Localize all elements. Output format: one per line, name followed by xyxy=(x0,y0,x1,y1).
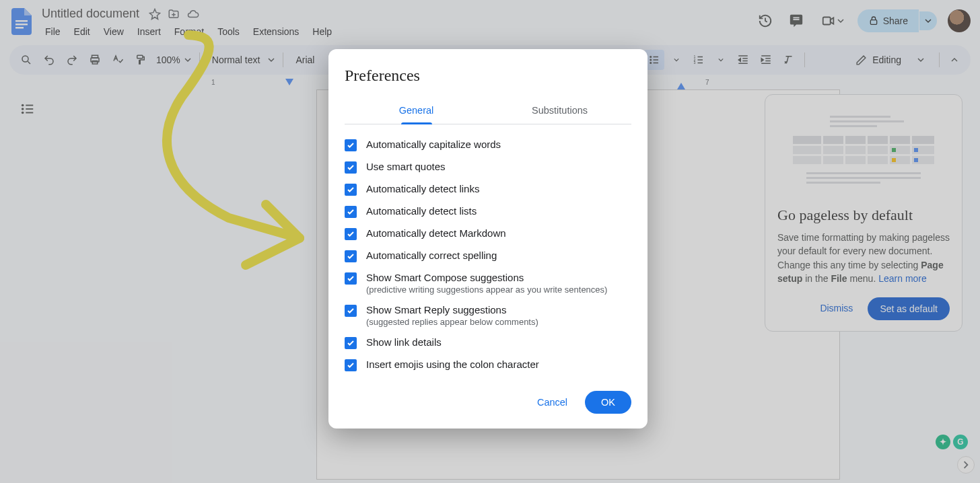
print-icon[interactable] xyxy=(85,50,105,70)
set-as-default-button[interactable]: Set as default xyxy=(868,297,950,320)
numbered-list-icon[interactable]: 123 xyxy=(689,50,709,70)
cancel-button[interactable]: Cancel xyxy=(525,391,580,414)
pref-option-1[interactable]: Use smart quotes xyxy=(345,156,631,178)
option-label: Automatically detect links xyxy=(366,183,479,194)
menu-help[interactable]: Help xyxy=(306,24,338,40)
share-button[interactable]: Share xyxy=(858,9,919,32)
svg-rect-53 xyxy=(806,182,880,184)
zoom-select[interactable]: 100% xyxy=(153,54,194,65)
svg-point-11 xyxy=(650,59,652,61)
menu-file[interactable]: File xyxy=(39,24,67,40)
checkbox-icon[interactable] xyxy=(345,250,357,262)
menu-view[interactable]: View xyxy=(98,24,130,40)
editing-mode-select[interactable]: Editing xyxy=(846,50,934,70)
menu-format[interactable]: Format xyxy=(168,24,210,40)
svg-rect-34 xyxy=(912,136,934,144)
collapse-toolbar-icon[interactable] xyxy=(945,50,964,69)
svg-rect-20 xyxy=(26,105,33,106)
svg-rect-52 xyxy=(806,177,921,179)
checkbox-icon[interactable] xyxy=(345,161,357,174)
undo-icon[interactable] xyxy=(39,50,59,70)
pageless-illustration xyxy=(777,107,950,197)
menu-extensions[interactable]: Extensions xyxy=(247,24,305,40)
svg-rect-33 xyxy=(890,136,910,144)
meet-button[interactable] xyxy=(816,9,849,32)
svg-text:3: 3 xyxy=(694,61,696,65)
pref-option-7[interactable]: Show Smart Reply suggestions(suggested r… xyxy=(345,299,631,332)
pref-option-4[interactable]: Automatically detect Markdown xyxy=(345,223,631,245)
svg-point-12 xyxy=(650,62,652,64)
svg-rect-1 xyxy=(15,24,28,26)
checkbox-icon[interactable] xyxy=(345,139,357,151)
learn-more-link[interactable]: Learn more xyxy=(878,273,927,284)
checkbox-icon[interactable] xyxy=(345,228,357,240)
svg-rect-43 xyxy=(793,156,821,164)
pref-option-9[interactable]: Insert emojis using the colon character xyxy=(345,354,631,376)
svg-rect-32 xyxy=(868,136,888,144)
pref-option-6[interactable]: Show Smart Compose suggestions(predictiv… xyxy=(345,267,631,299)
checkbox-icon[interactable] xyxy=(345,337,357,349)
svg-rect-37 xyxy=(845,146,866,154)
docs-logo-icon[interactable] xyxy=(9,9,34,34)
svg-rect-26 xyxy=(830,120,904,122)
paragraph-style-select[interactable]: Normal text xyxy=(205,54,278,65)
account-avatar[interactable] xyxy=(948,9,971,32)
pref-option-5[interactable]: Automatically correct spelling xyxy=(345,245,631,267)
move-icon[interactable] xyxy=(168,8,180,20)
option-label: Automatically correct spelling xyxy=(366,250,497,261)
decrease-indent-icon[interactable] xyxy=(733,50,753,70)
svg-rect-27 xyxy=(830,125,877,127)
menu-edit[interactable]: Edit xyxy=(68,24,96,40)
checkbox-icon[interactable] xyxy=(345,184,357,196)
svg-rect-44 xyxy=(823,156,843,164)
outline-icon[interactable] xyxy=(20,102,35,116)
extension-badges[interactable]: ✦ G xyxy=(936,435,968,449)
bulleted-list-dropdown-icon[interactable] xyxy=(667,53,686,67)
pref-option-8[interactable]: Show link details xyxy=(345,332,631,354)
svg-rect-36 xyxy=(823,146,843,154)
option-label: Automatically detect Markdown xyxy=(366,227,506,239)
option-label: Show link details xyxy=(366,336,442,348)
share-dropdown[interactable] xyxy=(919,11,937,30)
increase-indent-icon[interactable] xyxy=(756,50,776,70)
document-title[interactable]: Untitled document xyxy=(39,5,142,22)
svg-rect-51 xyxy=(806,172,921,174)
tab-general[interactable]: General xyxy=(345,100,488,124)
dismiss-button[interactable]: Dismiss xyxy=(812,297,861,320)
pref-option-2[interactable]: Automatically detect links xyxy=(345,178,631,200)
redo-icon[interactable] xyxy=(62,50,82,70)
clear-formatting-icon[interactable] xyxy=(779,50,799,70)
svg-rect-46 xyxy=(868,156,888,164)
checkbox-icon[interactable] xyxy=(345,206,357,218)
numbered-list-dropdown-icon[interactable] xyxy=(711,53,730,67)
svg-rect-15 xyxy=(654,63,659,64)
checkbox-icon[interactable] xyxy=(345,359,357,371)
star-icon[interactable] xyxy=(149,8,161,20)
svg-rect-29 xyxy=(793,136,821,144)
menubar: File Edit View Insert Format Tools Exten… xyxy=(39,24,754,40)
svg-rect-22 xyxy=(26,108,33,110)
option-label: Insert emojis using the colon character xyxy=(366,359,539,370)
pref-option-3[interactable]: Automatically detect lists xyxy=(345,200,631,223)
cloud-status-icon[interactable] xyxy=(186,8,200,20)
option-label: Use smart quotes xyxy=(366,161,446,172)
checkbox-icon[interactable] xyxy=(345,272,357,285)
pref-option-0[interactable]: Automatically capitalize words xyxy=(345,134,631,156)
svg-point-23 xyxy=(22,112,24,114)
svg-rect-50 xyxy=(914,158,918,162)
comments-icon[interactable] xyxy=(785,9,808,32)
menu-tools[interactable]: Tools xyxy=(211,24,246,40)
paint-format-icon[interactable] xyxy=(131,50,151,70)
spellcheck-icon[interactable] xyxy=(108,50,128,70)
dialog-title: Preferences xyxy=(345,67,631,85)
svg-point-10 xyxy=(650,56,652,58)
checkbox-icon[interactable] xyxy=(345,305,357,317)
history-icon[interactable] xyxy=(754,9,777,32)
svg-rect-30 xyxy=(823,136,843,144)
ok-button[interactable]: OK xyxy=(585,391,631,414)
explore-icon[interactable] xyxy=(957,456,975,474)
option-label: Show Smart Reply suggestions xyxy=(366,304,538,315)
tab-substitutions[interactable]: Substitutions xyxy=(488,100,631,124)
menu-insert[interactable]: Insert xyxy=(131,24,167,40)
search-icon[interactable] xyxy=(16,50,36,70)
